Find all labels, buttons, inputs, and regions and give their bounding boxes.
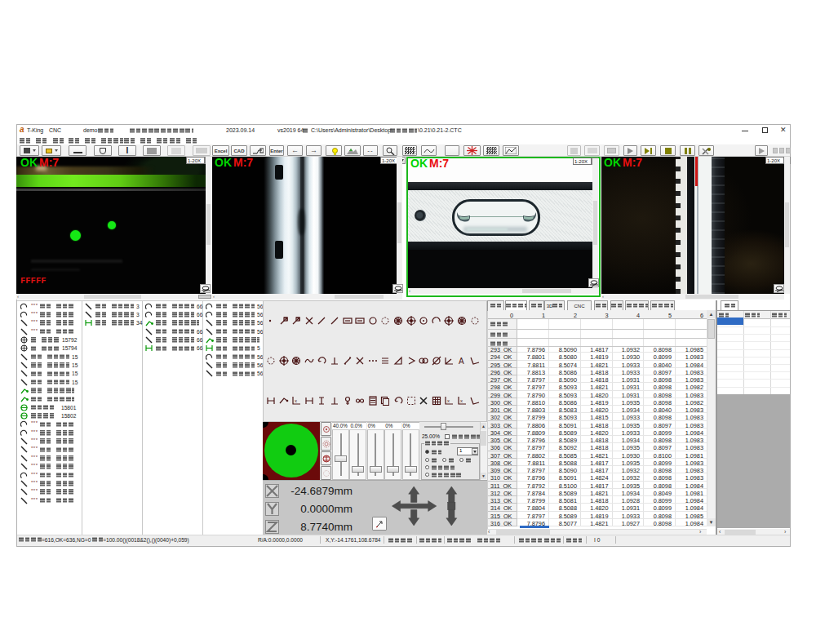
svg-text:x: x: [447, 398, 450, 403]
svg-text:x: x: [295, 398, 297, 403]
svg-text:x: x: [460, 398, 463, 403]
svg-text:A: A: [459, 357, 464, 366]
